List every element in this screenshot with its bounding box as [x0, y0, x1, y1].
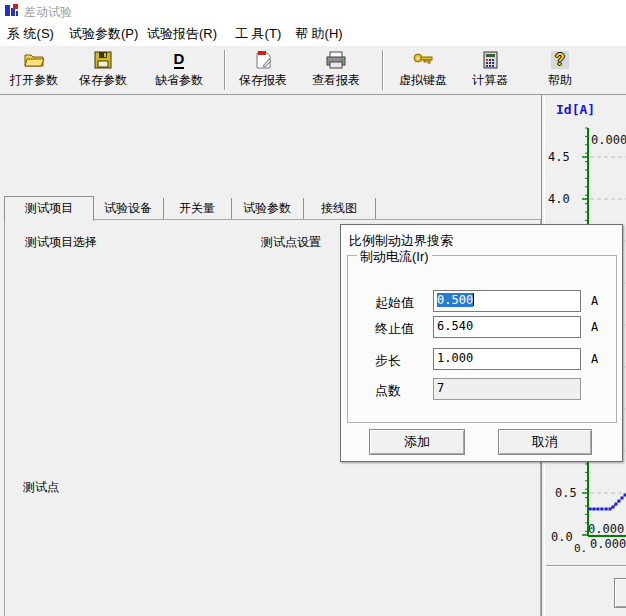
- chart-title: Id[A]: [556, 102, 595, 117]
- menu-tools[interactable]: 工 具(T): [233, 22, 283, 46]
- open-params-button[interactable]: 打开参数: [2, 48, 66, 92]
- step-unit: A: [591, 352, 598, 366]
- toolbar-separator: [224, 50, 226, 90]
- title-bar: 差动试验: [0, 0, 626, 22]
- help-icon: ?: [538, 48, 582, 72]
- selected-text: 0.500: [437, 293, 473, 307]
- save-params-button[interactable]: 保存参数: [70, 48, 136, 92]
- ytick-4-5: 4.5: [548, 150, 570, 164]
- tab-switch-values[interactable]: 开关量: [163, 198, 232, 219]
- bottom-right-panel: [546, 568, 626, 616]
- test-item-select-legend: 测试项目选择: [22, 235, 100, 249]
- dialog-add-button[interactable]: 添加: [369, 429, 465, 455]
- test-point-setup-legend: 测试点设置: [258, 235, 324, 249]
- menu-test-report[interactable]: 试验报告(R): [145, 22, 219, 46]
- toolbar-separator: [382, 50, 384, 90]
- view-report-button[interactable]: 查看报表: [300, 48, 372, 92]
- save-floppy-icon: [70, 48, 136, 72]
- dialog-cancel-button[interactable]: 取消: [498, 429, 592, 455]
- test-points-legend: 测试点: [20, 480, 62, 494]
- ytick-0-5: 0.5: [555, 486, 577, 500]
- menu-test-params[interactable]: 试验参数(P): [67, 22, 140, 46]
- chart-top-label: 0.000: [591, 133, 626, 147]
- open-folder-icon: [2, 48, 66, 72]
- save-report-button[interactable]: 保存报表: [230, 48, 296, 92]
- help-button[interactable]: ? 帮助: [538, 48, 582, 92]
- step-field[interactable]: 1.000: [433, 348, 581, 370]
- tab-test-params[interactable]: 试验参数: [231, 198, 304, 219]
- save-report-icon: [230, 48, 296, 72]
- ytick-4-0: 4.0: [548, 192, 570, 206]
- menu-bar: 系 统(S) 试验参数(P) 试验报告(R) 工 具(T) 帮 助(H): [0, 22, 626, 46]
- view-report-printer-icon: [300, 48, 372, 72]
- origin-label-b: 0.000: [590, 537, 626, 551]
- cutoff-button-fragment[interactable]: [614, 578, 626, 608]
- text-caret: [473, 293, 474, 306]
- dialog-group-legend: 制动电流(Ir): [357, 248, 432, 266]
- menu-system[interactable]: 系 统(S): [5, 22, 56, 46]
- tab-test-items[interactable]: 测试项目: [4, 196, 94, 221]
- start-value-unit: A: [591, 294, 598, 308]
- step-label: 步长: [375, 352, 401, 370]
- point-count-field: 7: [433, 378, 581, 400]
- virtual-keyboard-button[interactable]: 虚拟键盘: [388, 48, 458, 92]
- calculator-icon: [462, 48, 518, 72]
- end-value-unit: A: [591, 320, 598, 334]
- default-params-button[interactable]: D 缺省参数: [144, 48, 214, 92]
- start-value-label: 起始值: [375, 294, 414, 312]
- tab-wiring-diagram[interactable]: 接线图: [303, 198, 376, 219]
- ytick-0-0: 0.0: [551, 530, 573, 544]
- chart-divider: [546, 565, 626, 567]
- tab-test-device[interactable]: 试验设备: [93, 198, 164, 219]
- toolbar: 打开参数 保存参数 D 缺省参数 保存报表 查看报表: [0, 46, 626, 95]
- app-icon: [4, 3, 19, 18]
- end-value-field[interactable]: 6.540: [433, 316, 581, 338]
- window-title: 差动试验: [24, 4, 72, 21]
- app-window: 差动试验 系 统(S) 试验参数(P) 试验报告(R) 工 具(T) 帮 助(H…: [0, 0, 626, 616]
- ratio-boundary-search-dialog: 比例制动边界搜索 制动电流(Ir) 起始值 0.500 A 终止值 6.540 …: [340, 224, 623, 462]
- virtual-keyboard-key-icon: [388, 48, 458, 72]
- menu-help[interactable]: 帮 助(H): [293, 22, 345, 46]
- point-count-label: 点数: [375, 382, 401, 400]
- start-value-field[interactable]: 0.500: [433, 290, 581, 312]
- origin-label-c: 0.: [574, 542, 587, 555]
- end-value-label: 终止值: [375, 320, 414, 338]
- origin-label-a: 0.000: [588, 522, 624, 536]
- default-d-icon: D: [144, 48, 214, 72]
- calculator-button[interactable]: 计算器: [462, 48, 518, 92]
